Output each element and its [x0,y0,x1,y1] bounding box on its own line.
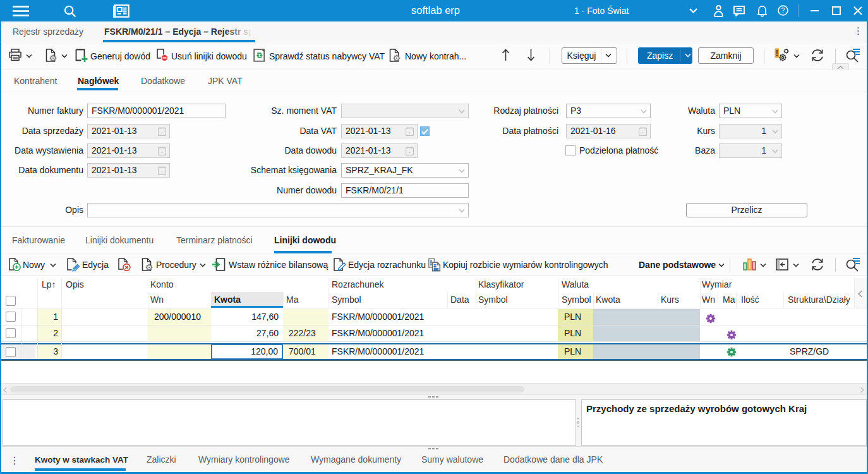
svg-text:!: ! [775,48,778,58]
svg-text:?: ? [781,6,785,14]
